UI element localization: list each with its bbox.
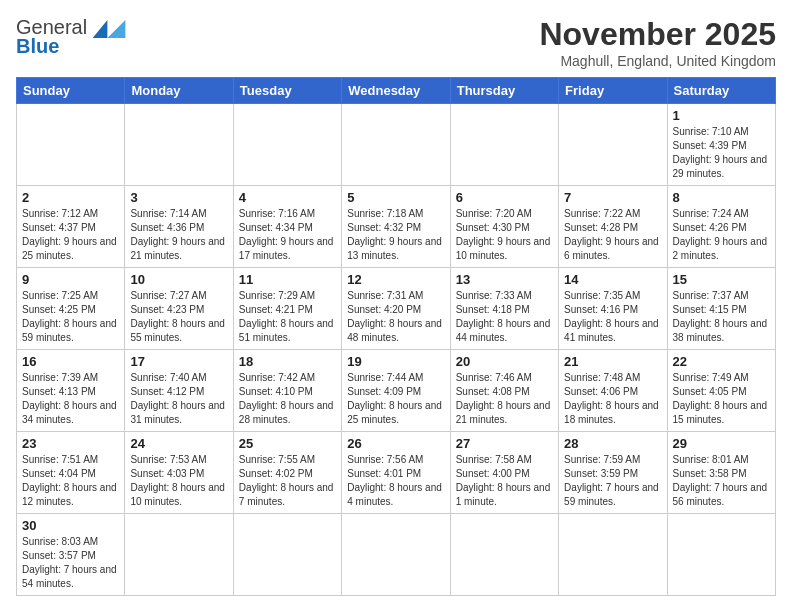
calendar-cell: [667, 514, 775, 596]
day-info: Sunrise: 7:14 AM Sunset: 4:36 PM Dayligh…: [130, 207, 227, 263]
day-number: 27: [456, 436, 553, 451]
day-info: Sunrise: 7:37 AM Sunset: 4:15 PM Dayligh…: [673, 289, 770, 345]
calendar-cell: 1Sunrise: 7:10 AM Sunset: 4:39 PM Daylig…: [667, 104, 775, 186]
calendar-cell: 28Sunrise: 7:59 AM Sunset: 3:59 PM Dayli…: [559, 432, 667, 514]
day-info: Sunrise: 7:20 AM Sunset: 4:30 PM Dayligh…: [456, 207, 553, 263]
day-number: 16: [22, 354, 119, 369]
day-info: Sunrise: 7:48 AM Sunset: 4:06 PM Dayligh…: [564, 371, 661, 427]
weekday-header-monday: Monday: [125, 78, 233, 104]
calendar-cell: 24Sunrise: 7:53 AM Sunset: 4:03 PM Dayli…: [125, 432, 233, 514]
calendar-cell: [125, 514, 233, 596]
calendar-week-5: 23Sunrise: 7:51 AM Sunset: 4:04 PM Dayli…: [17, 432, 776, 514]
calendar-cell: 20Sunrise: 7:46 AM Sunset: 4:08 PM Dayli…: [450, 350, 558, 432]
calendar-cell: [342, 104, 450, 186]
calendar-cell: [559, 104, 667, 186]
day-number: 3: [130, 190, 227, 205]
calendar-cell: [342, 514, 450, 596]
day-info: Sunrise: 7:46 AM Sunset: 4:08 PM Dayligh…: [456, 371, 553, 427]
day-number: 22: [673, 354, 770, 369]
calendar-week-3: 9Sunrise: 7:25 AM Sunset: 4:25 PM Daylig…: [17, 268, 776, 350]
calendar-cell: 26Sunrise: 7:56 AM Sunset: 4:01 PM Dayli…: [342, 432, 450, 514]
day-number: 14: [564, 272, 661, 287]
logo-blue-text: Blue: [16, 35, 59, 58]
calendar-cell: 3Sunrise: 7:14 AM Sunset: 4:36 PM Daylig…: [125, 186, 233, 268]
day-number: 2: [22, 190, 119, 205]
day-number: 26: [347, 436, 444, 451]
day-info: Sunrise: 7:10 AM Sunset: 4:39 PM Dayligh…: [673, 125, 770, 181]
day-number: 20: [456, 354, 553, 369]
day-number: 25: [239, 436, 336, 451]
day-number: 6: [456, 190, 553, 205]
day-info: Sunrise: 7:59 AM Sunset: 3:59 PM Dayligh…: [564, 453, 661, 509]
calendar-cell: 12Sunrise: 7:31 AM Sunset: 4:20 PM Dayli…: [342, 268, 450, 350]
day-info: Sunrise: 7:16 AM Sunset: 4:34 PM Dayligh…: [239, 207, 336, 263]
day-info: Sunrise: 7:24 AM Sunset: 4:26 PM Dayligh…: [673, 207, 770, 263]
calendar-cell: 2Sunrise: 7:12 AM Sunset: 4:37 PM Daylig…: [17, 186, 125, 268]
calendar-cell: [450, 104, 558, 186]
day-info: Sunrise: 7:39 AM Sunset: 4:13 PM Dayligh…: [22, 371, 119, 427]
weekday-header-saturday: Saturday: [667, 78, 775, 104]
calendar-cell: 16Sunrise: 7:39 AM Sunset: 4:13 PM Dayli…: [17, 350, 125, 432]
day-info: Sunrise: 7:56 AM Sunset: 4:01 PM Dayligh…: [347, 453, 444, 509]
day-info: Sunrise: 8:01 AM Sunset: 3:58 PM Dayligh…: [673, 453, 770, 509]
calendar-week-6: 30Sunrise: 8:03 AM Sunset: 3:57 PM Dayli…: [17, 514, 776, 596]
day-number: 19: [347, 354, 444, 369]
day-number: 1: [673, 108, 770, 123]
logo: General Blue: [16, 16, 127, 58]
day-number: 10: [130, 272, 227, 287]
day-number: 15: [673, 272, 770, 287]
weekday-header-row: SundayMondayTuesdayWednesdayThursdayFrid…: [17, 78, 776, 104]
calendar-cell: [17, 104, 125, 186]
day-number: 28: [564, 436, 661, 451]
day-info: Sunrise: 7:40 AM Sunset: 4:12 PM Dayligh…: [130, 371, 227, 427]
day-info: Sunrise: 7:29 AM Sunset: 4:21 PM Dayligh…: [239, 289, 336, 345]
day-info: Sunrise: 7:33 AM Sunset: 4:18 PM Dayligh…: [456, 289, 553, 345]
calendar-cell: 29Sunrise: 8:01 AM Sunset: 3:58 PM Dayli…: [667, 432, 775, 514]
day-info: Sunrise: 7:53 AM Sunset: 4:03 PM Dayligh…: [130, 453, 227, 509]
calendar-cell: 13Sunrise: 7:33 AM Sunset: 4:18 PM Dayli…: [450, 268, 558, 350]
calendar-cell: [559, 514, 667, 596]
calendar-cell: 6Sunrise: 7:20 AM Sunset: 4:30 PM Daylig…: [450, 186, 558, 268]
calendar-week-2: 2Sunrise: 7:12 AM Sunset: 4:37 PM Daylig…: [17, 186, 776, 268]
calendar-cell: [450, 514, 558, 596]
day-number: 13: [456, 272, 553, 287]
calendar-cell: 11Sunrise: 7:29 AM Sunset: 4:21 PM Dayli…: [233, 268, 341, 350]
weekday-header-sunday: Sunday: [17, 78, 125, 104]
calendar-cell: 21Sunrise: 7:48 AM Sunset: 4:06 PM Dayli…: [559, 350, 667, 432]
day-number: 9: [22, 272, 119, 287]
day-info: Sunrise: 7:55 AM Sunset: 4:02 PM Dayligh…: [239, 453, 336, 509]
day-info: Sunrise: 7:22 AM Sunset: 4:28 PM Dayligh…: [564, 207, 661, 263]
day-number: 23: [22, 436, 119, 451]
logo-icon: [91, 20, 127, 38]
page-header: General Blue November 2025 Maghull, Engl…: [16, 16, 776, 69]
weekday-header-thursday: Thursday: [450, 78, 558, 104]
day-info: Sunrise: 7:31 AM Sunset: 4:20 PM Dayligh…: [347, 289, 444, 345]
day-info: Sunrise: 7:25 AM Sunset: 4:25 PM Dayligh…: [22, 289, 119, 345]
day-info: Sunrise: 7:35 AM Sunset: 4:16 PM Dayligh…: [564, 289, 661, 345]
calendar-cell: 7Sunrise: 7:22 AM Sunset: 4:28 PM Daylig…: [559, 186, 667, 268]
day-number: 21: [564, 354, 661, 369]
calendar-week-4: 16Sunrise: 7:39 AM Sunset: 4:13 PM Dayli…: [17, 350, 776, 432]
day-number: 29: [673, 436, 770, 451]
svg-marker-0: [93, 20, 108, 38]
calendar-cell: 17Sunrise: 7:40 AM Sunset: 4:12 PM Dayli…: [125, 350, 233, 432]
day-info: Sunrise: 7:51 AM Sunset: 4:04 PM Dayligh…: [22, 453, 119, 509]
day-number: 7: [564, 190, 661, 205]
day-number: 4: [239, 190, 336, 205]
calendar-cell: 8Sunrise: 7:24 AM Sunset: 4:26 PM Daylig…: [667, 186, 775, 268]
day-number: 11: [239, 272, 336, 287]
calendar-cell: 18Sunrise: 7:42 AM Sunset: 4:10 PM Dayli…: [233, 350, 341, 432]
calendar-cell: 25Sunrise: 7:55 AM Sunset: 4:02 PM Dayli…: [233, 432, 341, 514]
day-info: Sunrise: 7:27 AM Sunset: 4:23 PM Dayligh…: [130, 289, 227, 345]
day-number: 18: [239, 354, 336, 369]
calendar-cell: [125, 104, 233, 186]
day-number: 5: [347, 190, 444, 205]
calendar-cell: 30Sunrise: 8:03 AM Sunset: 3:57 PM Dayli…: [17, 514, 125, 596]
weekday-header-friday: Friday: [559, 78, 667, 104]
calendar-cell: 4Sunrise: 7:16 AM Sunset: 4:34 PM Daylig…: [233, 186, 341, 268]
calendar-cell: 5Sunrise: 7:18 AM Sunset: 4:32 PM Daylig…: [342, 186, 450, 268]
day-info: Sunrise: 7:42 AM Sunset: 4:10 PM Dayligh…: [239, 371, 336, 427]
calendar-cell: 10Sunrise: 7:27 AM Sunset: 4:23 PM Dayli…: [125, 268, 233, 350]
day-info: Sunrise: 7:18 AM Sunset: 4:32 PM Dayligh…: [347, 207, 444, 263]
month-title: November 2025: [539, 16, 776, 53]
